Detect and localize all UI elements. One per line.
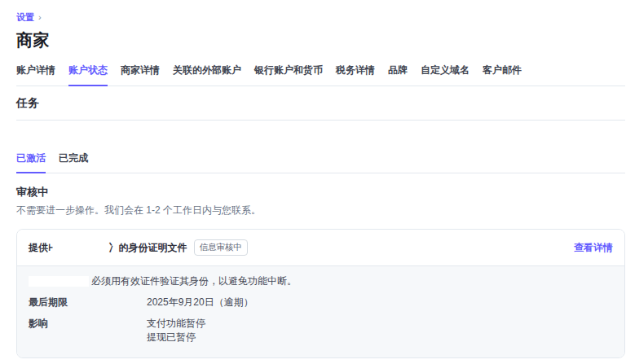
redacted-name-gap: [54, 243, 109, 252]
task-card-header: 提供⊦ 冫的身份证明文件 信息审核中 查看详情: [17, 230, 624, 266]
tab-customer-emails[interactable]: 客户邮件: [483, 64, 522, 86]
task-card-title: 提供⊦ 冫的身份证明文件: [29, 241, 187, 255]
impact-value-payments: 支付功能暂停: [147, 317, 205, 331]
impact-value-payouts: 提现已暂停: [147, 331, 205, 344]
view-details-link[interactable]: 查看详情: [574, 241, 613, 255]
subtab-completed[interactable]: 已完成: [59, 151, 88, 173]
redacted-name-box: [29, 276, 89, 287]
tab-account-status[interactable]: 账户状态: [68, 64, 108, 86]
breadcrumb: 设置 ›: [16, 11, 625, 24]
verification-notice: 必须用有效证件验证其身份，以避免功能中断。: [29, 274, 613, 288]
deadline-value: 2025年9月20日（逾期）: [147, 296, 253, 309]
deadline-label: 最后期限: [29, 296, 147, 309]
in-review-description: 不需要进一步操作。我们会在 1-2 个工作日内与您联系。: [16, 204, 625, 217]
subtab-activated[interactable]: 已激活: [16, 151, 46, 173]
tab-merchant-details[interactable]: 商家详情: [121, 64, 160, 86]
merchant-settings-page: 设置 › 商家 账户详情 账户状态 商家详情 关联的外部账户 银行账户和货币 税…: [0, 0, 626, 358]
task-filter-tabs: 已激活 已完成: [16, 151, 625, 173]
tab-linked-external-accounts[interactable]: 关联的外部账户: [173, 64, 241, 86]
breadcrumb-settings-link[interactable]: 设置: [16, 11, 34, 24]
task-title-suffix: 冫的身份证明文件: [109, 241, 187, 255]
tasks-section-heading: 任务: [16, 96, 625, 121]
impact-row: 影响 支付功能暂停 提现已暂停: [29, 317, 613, 344]
settings-tab-bar: 账户详情 账户状态 商家详情 关联的外部账户 银行账户和货币 税务详情 品牌 自…: [16, 64, 625, 86]
task-title-prefix: 提供⊦: [29, 241, 54, 255]
tab-tax-details[interactable]: 税务详情: [336, 64, 375, 86]
task-card-body: 必须用有效证件验证其身份，以避免功能中断。 最后期限 2025年9月20日（逾期…: [17, 266, 624, 357]
tab-bank-accounts-currencies[interactable]: 银行账户和货币: [254, 64, 323, 86]
tab-custom-domain[interactable]: 自定义域名: [421, 64, 470, 86]
status-badge: 信息审核中: [194, 239, 249, 256]
page-title: 商家: [16, 29, 625, 51]
breadcrumb-chevron-icon: ›: [38, 13, 42, 22]
in-review-heading: 审核中: [16, 185, 625, 200]
impact-label: 影响: [29, 317, 147, 344]
verification-notice-text: 必须用有效证件验证其身份，以避免功能中断。: [91, 274, 297, 288]
deadline-row: 最后期限 2025年9月20日（逾期）: [29, 296, 613, 309]
tab-branding[interactable]: 品牌: [388, 64, 408, 86]
identity-task-card: 提供⊦ 冫的身份证明文件 信息审核中 查看详情 必须用有效证件验证其身份，以避免…: [16, 229, 625, 358]
impact-values: 支付功能暂停 提现已暂停: [147, 317, 205, 344]
tab-account-details[interactable]: 账户详情: [16, 64, 55, 86]
